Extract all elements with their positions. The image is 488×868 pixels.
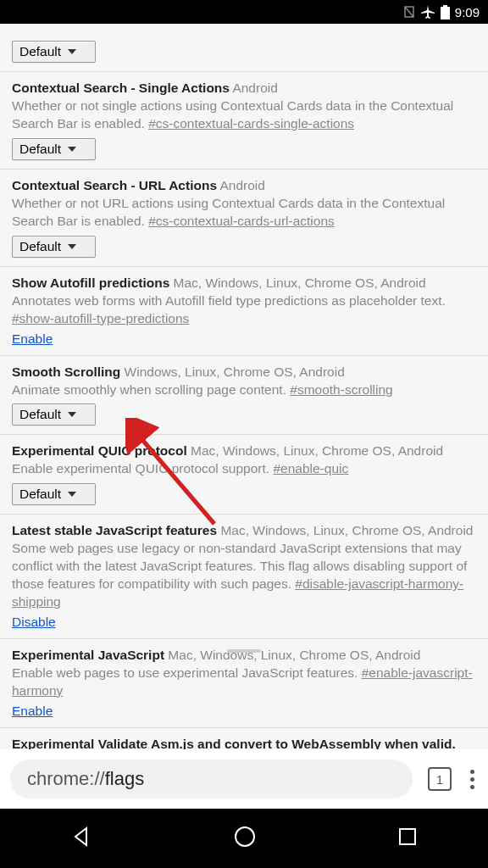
flag-platforms: Windows, Linux, Chrome OS, Android [120,364,344,379]
flag-title: Contextual Search - URL Actions [12,178,217,192]
dot-icon [470,777,474,782]
menu-button[interactable] [467,770,478,789]
flag-item: Contextual Search - Single Actions Andro… [0,72,488,170]
flag-dropdown[interactable]: Default [12,41,96,63]
flag-platforms: Mac, Windows, Linux, Chrome OS, Android [164,648,420,662]
url-path: flags [105,768,144,790]
flag-description: Some web pages use legacy or non-standar… [12,540,476,611]
flag-description: Whether or not URL actions using Context… [12,195,476,231]
flag-dropdown[interactable]: Default [12,138,96,160]
no-sim-icon [403,5,415,19]
flag-hash-link[interactable]: #smooth-scrolling [290,382,392,397]
flag-desc-text: Annotates web forms with Autofill field … [12,293,446,308]
flag-platforms: Mac, Windows, Linux, Chrome OS, Android [169,275,425,290]
dot-icon [470,770,474,774]
dropdown-value: Default [19,407,61,422]
flag-hash-link[interactable]: #show-autofill-type-predictions [12,311,189,326]
enable-link[interactable]: Enable [12,704,53,719]
status-bar: 9:09 [0,0,488,24]
url-bar[interactable]: chrome://flags [10,760,413,798]
svg-rect-5 [400,829,415,844]
flag-hash-link[interactable]: #cs-contextual-cards-url-actions [148,214,335,228]
dropdown-value: Default [19,44,61,59]
chevron-down-icon [68,49,76,54]
flag-description: Animate smoothly when scrolling page con… [12,381,476,399]
drag-handle[interactable] [227,649,261,653]
flag-title: Experimental QUIC protocol [12,443,187,458]
flag-desc-text: Enable web pages to use experimental Jav… [12,665,362,680]
flag-dropdown[interactable]: Default [12,483,96,505]
flag-title: Experimental JavaScript [12,648,164,662]
flag-item: Experimental QUIC protocol Mac, Windows,… [0,435,488,515]
dropdown-value: Default [19,487,61,502]
flag-platforms: Mac, Windows, Linux, Chrome OS, Android [217,523,473,537]
flag-desc-text: Enable experimental QUIC protocol suppor… [12,461,273,476]
tab-switcher[interactable]: 1 [428,767,452,791]
disable-link[interactable]: Disable [12,615,56,630]
battery-icon [441,5,450,19]
home-button[interactable] [233,825,257,852]
flag-list: Default Contextual Search - Single Actio… [0,24,488,773]
flag-item: Latest stable JavaScript features Mac, W… [0,515,488,639]
flag-dropdown[interactable]: Default [12,403,96,426]
url-prefix: chrome:// [27,768,105,790]
svg-rect-1 [443,5,447,7]
flag-title: Latest stable JavaScript features [12,523,217,537]
status-time: 9:09 [455,5,480,19]
flag-platforms: Android [217,178,265,192]
svg-line-0 [405,7,413,17]
flag-description: Whether or not single actions using Cont… [12,97,476,133]
browser-toolbar: chrome://flags 1 [0,749,488,809]
flags-page: Default Contextual Search - Single Actio… [0,24,488,773]
chevron-down-icon [68,412,76,417]
svg-point-4 [236,827,254,846]
flag-dropdown[interactable]: Default [12,236,96,258]
flag-description: Enable experimental QUIC protocol suppor… [12,460,476,478]
flag-description: Annotates web forms with Autofill field … [12,292,476,328]
flag-desc-text: Animate smoothly when scrolling page con… [12,382,290,397]
flag-item: Show Autofill predictions Mac, Windows, … [0,267,488,356]
chevron-down-icon [68,147,76,152]
dropdown-value: Default [19,239,61,254]
flag-item: Contextual Search - URL Actions Android … [0,170,488,267]
flag-description: Enable web pages to use experimental Jav… [12,665,476,700]
flag-platforms: Android [230,81,278,95]
flag-hash-link[interactable]: #cs-contextual-cards-single-actions [148,116,354,131]
dropdown-value: Default [19,142,61,157]
svg-rect-2 [441,7,450,19]
flag-hash-link[interactable]: #enable-quic [273,461,348,476]
dot-icon [470,785,474,789]
back-button[interactable] [70,826,92,851]
flag-item: Default [0,24,488,72]
airplane-mode-icon [420,4,435,19]
flag-title: Show Autofill predictions [12,275,169,290]
flag-platforms: Mac, Windows, Linux, Chrome OS, Android [187,443,443,458]
flag-item: Smooth Scrolling Windows, Linux, Chrome … [0,356,488,436]
flag-title: Contextual Search - Single Actions [12,81,230,95]
flag-title: Smooth Scrolling [12,364,120,379]
tab-count-value: 1 [436,772,443,787]
chevron-down-icon [68,244,76,249]
enable-link[interactable]: Enable [12,331,53,347]
android-nav-bar [0,809,488,868]
recents-button[interactable] [397,826,418,850]
chevron-down-icon [68,492,76,497]
